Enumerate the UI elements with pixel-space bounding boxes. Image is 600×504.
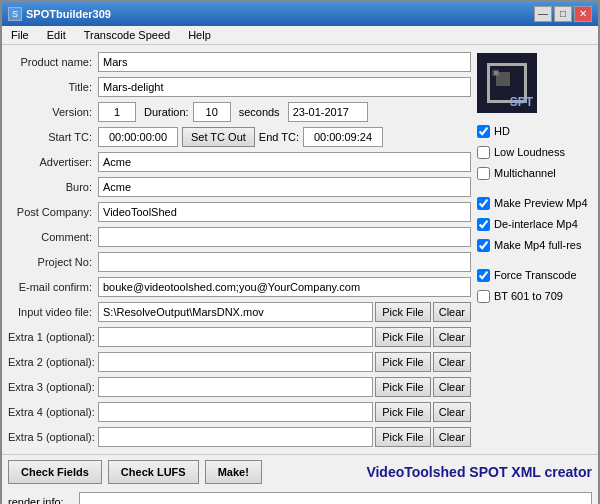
post-company-label: Post Company:: [8, 206, 98, 218]
tc-group: Set TC Out End TC:: [98, 127, 383, 147]
left-panel: Product name: Title: Version: Duration: …: [8, 51, 471, 448]
version-label: Version:: [8, 106, 98, 118]
extra1-label: Extra 1 (optional):: [8, 331, 98, 343]
extra4-clear-button[interactable]: Clear: [433, 402, 471, 422]
low-loudness-checkbox-row: Low Loudness: [477, 143, 592, 161]
input-video-label: Input video file:: [8, 306, 98, 318]
make-preview-checkbox[interactable]: [477, 197, 490, 210]
date-input[interactable]: [288, 102, 368, 122]
close-button[interactable]: ✕: [574, 6, 592, 22]
low-loudness-label[interactable]: Low Loudness: [494, 146, 565, 158]
product-name-row: Product name:: [8, 51, 471, 73]
force-transcode-checkbox[interactable]: [477, 269, 490, 282]
maximize-button[interactable]: □: [554, 6, 572, 22]
app-icon: S: [8, 7, 22, 21]
input-video-input[interactable]: [98, 302, 373, 322]
extra5-pick-button[interactable]: Pick File: [375, 427, 431, 447]
bottom-bar: Check Fields Check LUFS Make! VideoTools…: [2, 454, 598, 489]
extra4-row: Extra 4 (optional): Pick File Clear: [8, 401, 471, 423]
duration-input[interactable]: [193, 102, 231, 122]
input-video-row: Input video file: Pick File Clear: [8, 301, 471, 323]
make-mp4-label[interactable]: Make Mp4 full-res: [494, 239, 581, 251]
app-name: VideoToolshed SPOT XML creator: [366, 464, 592, 480]
hd-label[interactable]: HD: [494, 125, 510, 137]
buro-row: Buro:: [8, 176, 471, 198]
menu-file[interactable]: File: [8, 28, 32, 42]
comment-row: Comment:: [8, 226, 471, 248]
multichannel-label[interactable]: Multichannel: [494, 167, 556, 179]
menu-help[interactable]: Help: [185, 28, 214, 42]
deinterlace-label[interactable]: De-interlace Mp4: [494, 218, 578, 230]
check-fields-button[interactable]: Check Fields: [8, 460, 102, 484]
extra1-pick-button[interactable]: Pick File: [375, 327, 431, 347]
advertiser-input[interactable]: [98, 152, 471, 172]
render-info-row: render info:: [2, 489, 598, 504]
advertiser-label: Advertiser:: [8, 156, 98, 168]
extra2-row: Extra 2 (optional): Pick File Clear: [8, 351, 471, 373]
buro-label: Buro:: [8, 181, 98, 193]
spt-text: SPT: [510, 95, 533, 109]
low-loudness-checkbox[interactable]: [477, 146, 490, 159]
force-transcode-label[interactable]: Force Transcode: [494, 269, 577, 281]
extra3-input[interactable]: [98, 377, 373, 397]
extra1-clear-button[interactable]: Clear: [433, 327, 471, 347]
window-controls: — □ ✕: [534, 6, 592, 22]
minimize-button[interactable]: —: [534, 6, 552, 22]
render-label: render info:: [8, 496, 73, 504]
version-input[interactable]: [98, 102, 136, 122]
extra4-input[interactable]: [98, 402, 373, 422]
extra3-pick-button[interactable]: Pick File: [375, 377, 431, 397]
render-info-input[interactable]: [79, 492, 592, 504]
product-name-input[interactable]: [98, 52, 471, 72]
project-no-input[interactable]: [98, 252, 471, 272]
extra1-input[interactable]: [98, 327, 373, 347]
set-tc-out-button[interactable]: Set TC Out: [182, 127, 255, 147]
end-tc-label: End TC:: [259, 131, 299, 143]
post-company-input[interactable]: [98, 202, 471, 222]
extra5-row: Extra 5 (optional): Pick File Clear: [8, 426, 471, 448]
title-bar-left: S SPOTbuilder309: [8, 7, 111, 21]
extra5-clear-button[interactable]: Clear: [433, 427, 471, 447]
extra2-label: Extra 2 (optional):: [8, 356, 98, 368]
version-duration-group: Duration: seconds: [98, 102, 368, 122]
make-preview-checkbox-row: Make Preview Mp4: [477, 194, 592, 212]
title-input[interactable]: [98, 77, 471, 97]
project-no-row: Project No:: [8, 251, 471, 273]
force-transcode-checkbox-row: Force Transcode: [477, 266, 592, 284]
check-lufs-button[interactable]: Check LUFS: [108, 460, 199, 484]
bt601-checkbox[interactable]: [477, 290, 490, 303]
duration-label: Duration:: [140, 106, 189, 118]
comment-label: Comment:: [8, 231, 98, 243]
extra2-input[interactable]: [98, 352, 373, 372]
deinterlace-checkbox[interactable]: [477, 218, 490, 231]
extra2-clear-button[interactable]: Clear: [433, 352, 471, 372]
menu-edit[interactable]: Edit: [44, 28, 69, 42]
spt-logo: ▣ SPT: [477, 53, 537, 113]
extra1-row: Extra 1 (optional): Pick File Clear: [8, 326, 471, 348]
title-label: Title:: [8, 81, 98, 93]
make-button[interactable]: Make!: [205, 460, 262, 484]
make-mp4-checkbox[interactable]: [477, 239, 490, 252]
end-tc-input[interactable]: [303, 127, 383, 147]
hd-checkbox[interactable]: [477, 125, 490, 138]
extra2-pick-button[interactable]: Pick File: [375, 352, 431, 372]
input-video-pick-button[interactable]: Pick File: [375, 302, 431, 322]
input-video-clear-button[interactable]: Clear: [433, 302, 471, 322]
extra3-clear-button[interactable]: Clear: [433, 377, 471, 397]
title-row: Title:: [8, 76, 471, 98]
bt601-checkbox-row: BT 601 to 709: [477, 287, 592, 305]
start-tc-input[interactable]: [98, 127, 178, 147]
bt601-label[interactable]: BT 601 to 709: [494, 290, 563, 302]
multichannel-checkbox[interactable]: [477, 167, 490, 180]
email-input[interactable]: [98, 277, 471, 297]
buro-input[interactable]: [98, 177, 471, 197]
deinterlace-checkbox-row: De-interlace Mp4: [477, 215, 592, 233]
comment-input[interactable]: [98, 227, 471, 247]
make-preview-label[interactable]: Make Preview Mp4: [494, 197, 588, 209]
right-panel: ▣ SPT HD Low Loudness Multichannel: [477, 51, 592, 448]
extra4-pick-button[interactable]: Pick File: [375, 402, 431, 422]
menu-bar: File Edit Transcode Speed Help: [2, 26, 598, 45]
menu-transcode-speed[interactable]: Transcode Speed: [81, 28, 173, 42]
main-content: Product name: Title: Version: Duration: …: [2, 45, 598, 454]
extra5-input[interactable]: [98, 427, 373, 447]
